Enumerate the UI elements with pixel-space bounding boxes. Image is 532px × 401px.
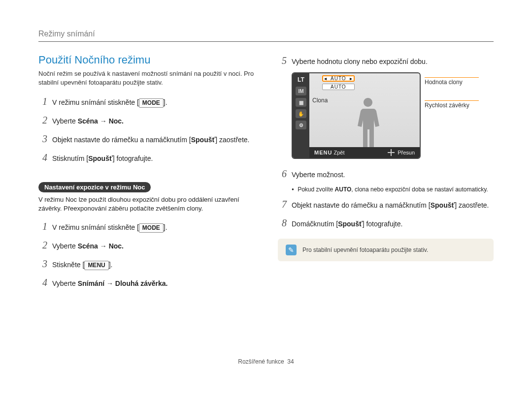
menu-key: MENU bbox=[84, 261, 108, 270]
step-a2: 2 Vyberte Scéna → Noc. bbox=[38, 113, 254, 127]
step-r5: 5 Vyberte hodnotu clony nebo expoziční d… bbox=[278, 54, 494, 67]
divider bbox=[38, 41, 494, 42]
mode-key: MODE bbox=[139, 223, 164, 233]
person-silhouette-icon bbox=[351, 94, 385, 148]
tripod-note: Pro stabilní upevnění fotoaparátu použij… bbox=[278, 239, 494, 261]
side-icon: ▦ bbox=[296, 98, 306, 107]
step-a4: 4 Stisknutím [Spoušť] fotografujte. bbox=[38, 151, 254, 164]
steps-r7r8: 7 Objekt nastavte do rámečku a namáčknut… bbox=[278, 197, 494, 230]
page-title: Použití Nočního režimu bbox=[38, 54, 254, 66]
step-b4: 4 Vyberte Snímání → Dlouhá závěrka. bbox=[38, 276, 254, 289]
step-a1: 1 V režimu snímání stiskněte [MODE]. bbox=[38, 94, 254, 108]
steps-block-b: 1 V režimu snímání stiskněte [MODE]. 2 V… bbox=[38, 219, 254, 289]
step-a3: 3 Objekt nastavte do rámečku a namáčknut… bbox=[38, 132, 254, 146]
camera-side-icons: LT IM ▦ ✋ ⚙ bbox=[293, 73, 309, 158]
callout-shutter: Rychlost závěrky bbox=[425, 102, 469, 109]
clona-label: Clona bbox=[312, 97, 328, 104]
steps-block-a: 1 V režimu snímání stiskněte [MODE]. 2 V… bbox=[38, 94, 254, 164]
left-column: Použití Nočního režimu Noční režim se po… bbox=[38, 54, 254, 294]
step-r8: 8 Domáčknutím [Spoušť] fotografujte. bbox=[278, 216, 494, 230]
camera-ui-mock: LT IM ▦ ✋ ⚙ ◂AUTO▸ AUTO Clona bbox=[292, 72, 421, 159]
page-footer: Rozšířené funkce 34 bbox=[38, 358, 494, 365]
mode-key: MODE bbox=[139, 98, 164, 108]
step-r6: 6 Vyberte možnost. bbox=[278, 167, 494, 181]
side-icon: ✋ bbox=[296, 109, 306, 118]
nav-cross-icon bbox=[388, 149, 395, 156]
step-b2: 2 Vyberte Scéna → Noc. bbox=[38, 238, 254, 252]
right-column: 5 Vyberte hodnotu clony nebo expoziční d… bbox=[278, 54, 494, 294]
lt-icon: LT bbox=[296, 75, 306, 84]
breadcrumb: Režimy snímání bbox=[38, 30, 494, 38]
step-r7: 7 Objekt nastavte do rámečku a namáčknut… bbox=[278, 197, 494, 211]
callout-aperture: Hodnota clony bbox=[425, 79, 463, 86]
intro-text: Noční režim se používá k nastavení možno… bbox=[38, 69, 254, 87]
camera-screenshot-row: LT IM ▦ ✋ ⚙ ◂AUTO▸ AUTO Clona bbox=[292, 72, 494, 159]
step-b1: 1 V režimu snímání stiskněte [MODE]. bbox=[38, 219, 254, 233]
aperture-field: ◂AUTO▸ bbox=[322, 75, 417, 82]
step-b3: 3 Stiskněte [MENU]. bbox=[38, 257, 254, 271]
side-icon: IM bbox=[296, 87, 306, 95]
sub-heading-pill: Nastavení expozice v režimu Noc bbox=[38, 182, 151, 192]
auto-bullet: Pokud zvolíte AUTO, clona nebo expoziční… bbox=[292, 185, 494, 193]
sub-description: V režimu Noc lze použít dlouhou expozičn… bbox=[38, 195, 254, 213]
camera-bottom-bar: MENU Zpět Přesun bbox=[309, 147, 420, 158]
note-icon bbox=[286, 245, 297, 255]
shutter-field: AUTO bbox=[322, 84, 417, 90]
side-icon: ⚙ bbox=[296, 121, 306, 129]
